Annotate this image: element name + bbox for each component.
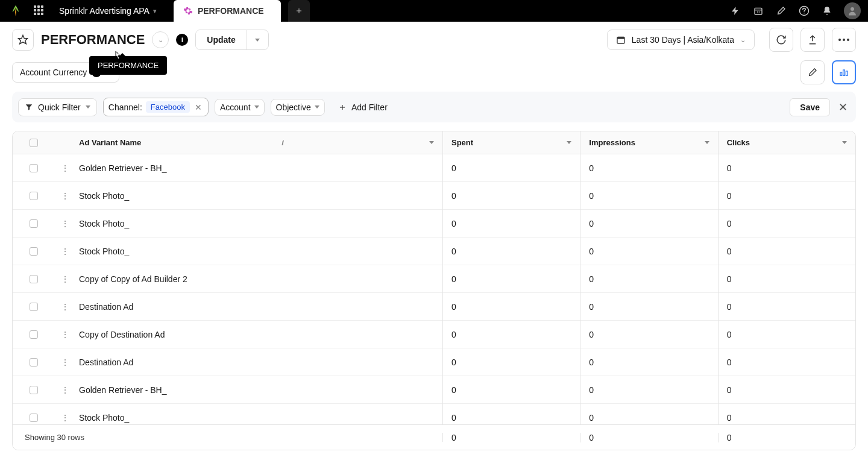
row-checkbox[interactable] (30, 164, 38, 172)
sort-icon[interactable] (842, 141, 847, 144)
ad-variant-name: Destination Ad (75, 357, 442, 367)
close-filter-bar[interactable]: ✕ (836, 98, 850, 116)
table-row[interactable]: ⋮Destination Ad (13, 348, 442, 376)
cell-impressions: 0 (580, 238, 717, 265)
svg-rect-15 (843, 70, 845, 75)
row-checkbox[interactable] (30, 219, 38, 228)
row-menu-button[interactable]: ⋮ (55, 302, 75, 312)
title-dropdown[interactable]: ⌄ (152, 31, 169, 48)
row-menu-button[interactable]: ⋮ (55, 219, 75, 228)
row-menu-button[interactable]: ⋮ (55, 357, 75, 367)
save-filter-button[interactable]: Save (790, 98, 830, 116)
info-icon[interactable]: i (281, 138, 284, 147)
channel-filter-label: Channel: (108, 102, 142, 112)
info-button[interactable]: i (176, 34, 188, 46)
cell-impressions: 0 (580, 293, 717, 321)
table-right-pane: Spent 0000000000 Impressions 0000000000 … (443, 131, 855, 424)
add-tab-button[interactable] (288, 0, 310, 22)
select-all-checkbox[interactable] (30, 139, 38, 147)
row-menu-button[interactable]: ⋮ (55, 274, 75, 284)
row-checkbox[interactable] (30, 386, 38, 394)
row-menu-button[interactable]: ⋮ (55, 413, 75, 423)
svg-rect-16 (846, 71, 848, 75)
cell-spent: 0 (443, 210, 580, 238)
row-menu-button[interactable]: ⋮ (55, 330, 75, 339)
update-button-group: Update (195, 30, 268, 50)
cell-impressions: 0 (580, 182, 717, 210)
table-row[interactable]: ⋮Stock Photo_ (13, 404, 442, 424)
filter-chip-channel[interactable]: Channel: Facebook ✕ (103, 98, 209, 116)
tab-performance[interactable]: PERFORMANCE (174, 0, 281, 22)
table-row[interactable]: ⋮Golden Retriever - BH_ (13, 376, 442, 404)
triangle-down-icon (86, 105, 90, 109)
quick-filter-label: Quick Filter (38, 102, 81, 112)
table-row[interactable]: ⋮Stock Photo_ (13, 210, 442, 238)
date-range-picker[interactable]: Last 30 Days | Asia/Kolkata ⌄ (607, 30, 755, 50)
sort-icon[interactable] (705, 141, 709, 144)
update-dropdown[interactable] (247, 30, 268, 49)
account-filter-label: Account (220, 102, 251, 112)
row-menu-button[interactable]: ⋮ (55, 385, 75, 395)
cell-clicks: 0 (719, 348, 855, 376)
refresh-button[interactable] (769, 28, 793, 52)
row-checkbox[interactable] (30, 303, 38, 311)
cell-spent: 0 (443, 265, 580, 293)
filter-chip-objective[interactable]: Objective (271, 99, 325, 116)
table-row[interactable]: ⋮Copy of Destination Ad (13, 321, 442, 348)
sprinklr-logo[interactable] (7, 2, 24, 19)
column-header-spent[interactable]: Spent (451, 138, 473, 147)
table-row[interactable]: ⋮Stock Photo_ (13, 182, 442, 210)
ad-variant-name: Destination Ad (75, 302, 442, 312)
column-header-clicks[interactable]: Clicks (727, 138, 750, 147)
cell-spent: 0 (443, 376, 580, 404)
add-filter-button[interactable]: Add Filter (331, 99, 395, 116)
table-row[interactable]: ⋮Golden Retriever - BH_ (13, 154, 442, 182)
row-checkbox[interactable] (30, 275, 38, 283)
workspace-selector[interactable]: Sprinklr Advertising APA ▾ (54, 6, 162, 16)
table-left-pane: Ad Variant Name i ⋮Golden Retriever - BH… (13, 131, 443, 424)
table-row[interactable]: ⋮Stock Photo_ (13, 238, 442, 265)
row-menu-button[interactable]: ⋮ (55, 163, 75, 173)
objective-filter-label: Objective (276, 102, 311, 112)
row-checkbox[interactable] (30, 247, 38, 256)
cell-clicks: 0 (719, 265, 855, 293)
favorite-button[interactable] (12, 29, 34, 51)
bolt-icon[interactable] (729, 5, 741, 17)
row-menu-button[interactable]: ⋮ (55, 191, 75, 201)
more-button[interactable] (832, 28, 856, 52)
filter-chip-account[interactable]: Account (215, 99, 265, 116)
svg-point-13 (847, 39, 849, 41)
row-checkbox[interactable] (30, 192, 38, 200)
svg-rect-14 (840, 72, 842, 75)
edit-view-button[interactable] (800, 60, 825, 84)
ad-variant-name: Stock Photo_ (75, 191, 442, 201)
row-checkbox[interactable] (30, 414, 38, 422)
view-toggle-group (800, 60, 856, 84)
export-button[interactable] (800, 28, 825, 52)
bell-icon[interactable] (821, 5, 833, 17)
row-menu-button[interactable]: ⋮ (55, 247, 75, 256)
chart-view-button[interactable] (832, 60, 856, 84)
column-header-impressions[interactable]: Impressions (589, 138, 635, 147)
remove-channel-filter[interactable]: ✕ (193, 102, 203, 112)
table-row[interactable]: ⋮Destination Ad (13, 293, 442, 321)
quick-filter-button[interactable]: Quick Filter (18, 98, 97, 116)
sort-icon[interactable] (429, 141, 434, 144)
filter-bar: Quick Filter Channel: Facebook ✕ Account… (12, 92, 856, 122)
tab-label: PERFORMANCE (198, 6, 264, 16)
currency-label: Account Currency (20, 68, 87, 77)
help-icon[interactable] (798, 5, 810, 17)
table-row[interactable]: ⋮Copy of Copy of Ad Builder 2 (13, 265, 442, 293)
column-header-name[interactable]: Ad Variant Name (79, 138, 141, 147)
sort-icon[interactable] (567, 141, 571, 144)
pencil-icon[interactable] (775, 5, 787, 17)
table-footer: Showing 30 rows 0 0 0 (13, 424, 855, 450)
svg-point-11 (838, 39, 841, 41)
calendar-icon[interactable]: 12 (752, 5, 764, 17)
user-avatar[interactable] (844, 2, 861, 19)
update-button[interactable]: Update (196, 30, 246, 49)
svg-point-6 (804, 13, 805, 14)
row-checkbox[interactable] (30, 330, 38, 339)
row-checkbox[interactable] (30, 358, 38, 367)
apps-grid-icon[interactable] (34, 5, 45, 16)
